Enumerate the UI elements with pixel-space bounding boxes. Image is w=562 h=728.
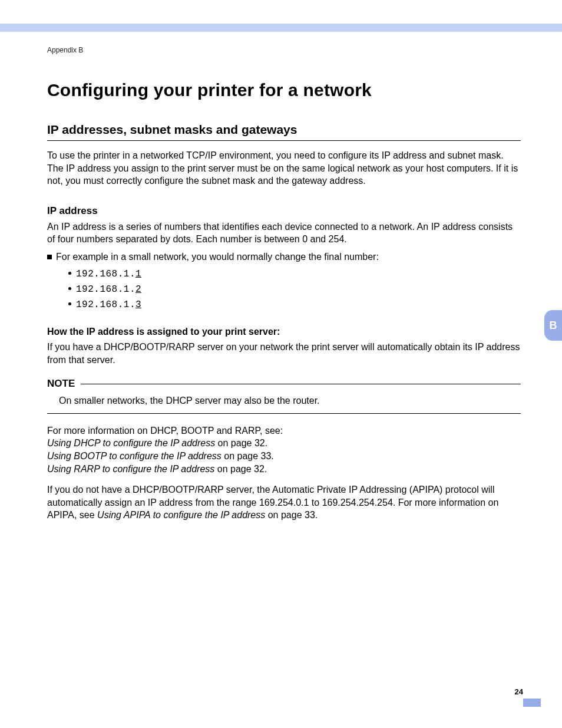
section-tab[interactable]: B bbox=[544, 310, 562, 341]
appendix-label: Appendix B bbox=[47, 46, 521, 54]
bullet-dot-icon bbox=[68, 287, 71, 290]
refs-lead: For more information on DHCP, BOOTP and … bbox=[47, 424, 521, 437]
ip-prefix: 192.168.1. bbox=[76, 269, 135, 279]
header-accent-bar bbox=[0, 24, 562, 32]
references-block: For more information on DHCP, BOOTP and … bbox=[47, 424, 521, 475]
page-content: Appendix B Configuring your printer for … bbox=[47, 46, 521, 522]
square-bullet-icon bbox=[47, 255, 52, 259]
note-rule-top bbox=[81, 384, 521, 384]
example-lead: For example in a small network, you woul… bbox=[56, 252, 379, 262]
bullet-dot-icon bbox=[68, 272, 71, 275]
ref-rest: on page 32. bbox=[215, 438, 267, 448]
ref-line: Using RARP to configure the IP address o… bbox=[47, 463, 521, 476]
ref-line: Using BOOTP to configure the IP address … bbox=[47, 450, 521, 463]
bullet-dot-icon bbox=[68, 302, 71, 305]
ip-address-desc: An IP address is a series of numbers tha… bbox=[47, 220, 521, 246]
note-body: On smaller networks, the DHCP server may… bbox=[59, 394, 521, 407]
ref-line: Using DHCP to configure the IP address o… bbox=[47, 437, 521, 450]
section-heading: IP addresses, subnet masks and gateways bbox=[47, 123, 521, 141]
example-lead-row: For example in a small network, you woul… bbox=[47, 252, 521, 262]
list-item: 192.168.1.2 bbox=[68, 284, 521, 295]
footer-accent bbox=[523, 699, 541, 707]
ref-rest: on page 33. bbox=[222, 451, 274, 461]
apipa-paragraph: If you do not have a DHCP/BOOTP/RARP ser… bbox=[47, 483, 521, 522]
ip-last: 2 bbox=[135, 284, 141, 295]
assign-body: If you have a DHCP/BOOTP/RARP server on … bbox=[47, 341, 521, 366]
ref-link[interactable]: Using DHCP to configure the IP address bbox=[47, 438, 215, 448]
note-rule-bottom bbox=[47, 413, 521, 414]
section-tab-letter: B bbox=[550, 319, 557, 332]
note-label: NOTE bbox=[47, 378, 75, 390]
assign-heading: How the IP address is assigned to your p… bbox=[47, 327, 521, 337]
ip-prefix: 192.168.1. bbox=[76, 299, 135, 310]
apipa-post: on page 33. bbox=[265, 510, 318, 520]
note-header: NOTE bbox=[47, 378, 521, 390]
page-title: Configuring your printer for a network bbox=[47, 80, 521, 100]
page-number: 24 bbox=[515, 687, 523, 696]
list-item: 192.168.1.1 bbox=[68, 268, 521, 279]
ref-link[interactable]: Using RARP to configure the IP address bbox=[47, 464, 214, 474]
ref-link[interactable]: Using BOOTP to configure the IP address bbox=[47, 451, 222, 461]
apipa-link[interactable]: Using APIPA to configure the IP address bbox=[97, 510, 265, 520]
ip-last: 1 bbox=[135, 269, 141, 279]
ref-rest: on page 32. bbox=[214, 464, 267, 474]
section-intro: To use the printer in a networked TCP/IP… bbox=[47, 149, 521, 187]
ip-example-list: 192.168.1.1 192.168.1.2 192.168.1.3 bbox=[68, 268, 521, 310]
ip-last: 3 bbox=[135, 299, 141, 310]
list-item: 192.168.1.3 bbox=[68, 299, 521, 310]
ip-address-heading: IP address bbox=[47, 205, 521, 217]
ip-prefix: 192.168.1. bbox=[76, 284, 135, 295]
note-block: NOTE On smaller networks, the DHCP serve… bbox=[47, 378, 521, 414]
